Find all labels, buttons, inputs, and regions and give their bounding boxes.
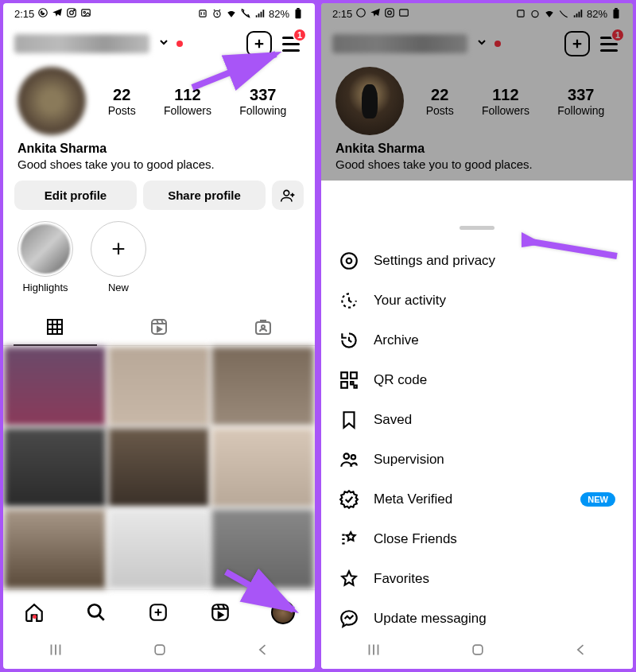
telegram-icon [370,7,381,21]
photo-icon [80,7,91,21]
nfc-icon [515,8,526,19]
highlight-item[interactable]: Highlights [17,221,73,293]
svg-rect-18 [155,645,165,655]
bio-text: Good shoes take you to good places. [335,157,619,171]
svg-rect-11 [48,320,62,334]
svg-rect-31 [341,382,347,388]
svg-point-15 [88,604,100,616]
qr-icon [339,370,359,390]
stat-followers[interactable]: 112 Followers [164,86,211,117]
svg-rect-34 [473,645,483,655]
back-button[interactable] [255,642,271,661]
wifi-icon [226,8,237,19]
menu-qr-code[interactable]: QR code [321,360,633,400]
svg-rect-23 [518,10,524,17]
nav-home-dot [33,615,37,619]
alarm-icon [211,8,223,19]
nav-reels[interactable] [209,601,231,623]
svg-rect-25 [614,10,619,18]
svg-rect-12 [152,320,166,334]
telegram-icon [52,7,63,21]
tab-grid[interactable] [3,308,107,345]
edit-profile-button[interactable]: Edit profile [14,181,137,210]
share-profile-button[interactable]: Share profile [143,181,266,210]
svg-rect-30 [351,372,357,379]
svg-rect-9 [297,8,300,10]
menu-button: 1 [596,31,622,56]
display-name: Ankita Sharma [17,142,301,156]
svg-point-21 [388,10,392,14]
chevron-down-icon [475,36,488,52]
display-name: Ankita Sharma [335,142,619,156]
stat-following[interactable]: 337 Following [239,86,286,117]
instagram-icon [66,7,77,21]
svg-point-19 [357,8,366,17]
supervision-icon [339,449,359,470]
status-bar: 2:15 82% [3,3,315,24]
signal-icon [254,8,266,19]
menu-meta-verified[interactable]: Meta Verified NEW [321,480,633,519]
svg-rect-8 [296,10,301,18]
battery-icon [611,8,622,19]
highlight-label: New [91,282,146,293]
stat-posts: 22 Posts [426,86,454,117]
wifi-icon [544,8,555,19]
nav-home[interactable] [23,601,45,623]
discover-people-button[interactable] [272,181,304,210]
recents-button[interactable] [47,641,64,662]
nav-profile[interactable] [271,600,295,624]
svg-rect-6 [200,10,206,17]
status-bar: 2:15 82% [321,3,633,24]
volte-icon [558,8,569,19]
menu-close-friends[interactable]: Close Friends [321,519,633,559]
battery-icon [293,8,304,19]
account-switcher-notification-dot [176,41,183,47]
nav-search[interactable] [85,601,107,623]
profile-avatar[interactable] [17,67,86,135]
verified-icon [339,489,359,510]
android-nav-bar [321,634,633,669]
nav-create[interactable] [147,601,169,623]
svg-point-28 [347,258,352,264]
nfc-icon [197,8,208,19]
stat-followers: 112 Followers [482,86,529,117]
tab-reels[interactable] [107,308,211,345]
plus-icon: + [111,235,126,262]
posts-grid[interactable] [3,346,315,589]
svg-rect-20 [386,8,394,17]
profile-header: 1 [321,24,633,64]
stat-posts[interactable]: 22 Posts [108,86,136,117]
back-button[interactable] [573,642,589,661]
svg-point-3 [74,10,75,10]
home-button[interactable] [152,642,168,661]
signal-icon [572,8,584,19]
home-button[interactable] [470,642,486,661]
activity-icon [339,290,359,311]
menu-button[interactable]: 1 [278,31,304,56]
menu-settings-privacy[interactable]: Settings and privacy [321,241,633,281]
whatsapp-icon [37,7,48,21]
close-friends-icon [339,529,359,550]
highlight-new[interactable]: + New [91,221,146,293]
profile-header: 1 [3,24,315,64]
volte-icon [240,8,251,19]
svg-point-2 [70,10,74,14]
menu-favorites[interactable]: Favorites [321,559,633,599]
photo-icon [398,7,409,21]
archive-icon [339,330,359,351]
chevron-down-icon[interactable] [157,36,170,52]
menu-your-activity[interactable]: Your activity [321,281,633,320]
menu-saved[interactable]: Saved [321,400,633,440]
create-button[interactable] [246,31,272,56]
menu-update-messaging[interactable]: Update messaging [321,599,633,634]
menu-archive[interactable]: Archive [321,320,633,360]
menu-supervision[interactable]: Supervision [321,440,633,480]
sheet-grabber[interactable] [460,226,494,230]
create-button [564,31,590,56]
options-sheet: Settings and privacy Your activity Archi… [321,215,633,669]
tab-tagged[interactable] [211,308,315,345]
bio-text: Good shoes take you to good places. [17,157,301,171]
messenger-icon [339,608,359,629]
recents-button[interactable] [365,641,382,662]
svg-point-24 [532,11,538,17]
